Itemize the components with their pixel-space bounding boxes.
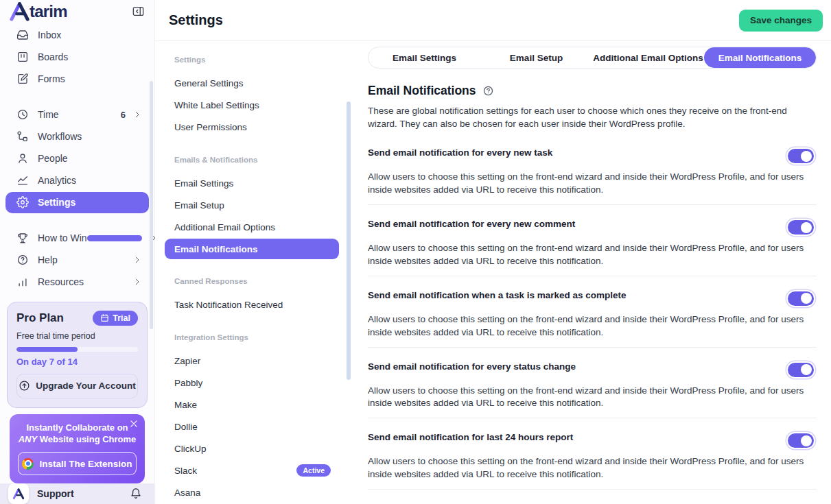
sidebar-item-time[interactable]: Time 6 bbox=[5, 104, 149, 125]
sidebar-nav: Inbox Boards Forms Time 6 Workflows Peop… bbox=[0, 23, 154, 293]
settings-nav-item-zapier[interactable]: Zapier bbox=[174, 350, 353, 372]
content-panel: Email SettingsEmail SetupAdditional Emai… bbox=[353, 41, 831, 504]
sidebar-item-people[interactable]: People bbox=[5, 148, 149, 169]
toggle-switch[interactable] bbox=[788, 433, 814, 448]
settings-nav-item-asana[interactable]: Asana bbox=[174, 481, 353, 503]
notification-title: Send email notification for every new co… bbox=[368, 219, 575, 229]
tab-email-notifications[interactable]: Email Notifications bbox=[704, 47, 816, 68]
sidebar-item-workflows[interactable]: Workflows bbox=[5, 126, 149, 147]
settings-nav-item-email-settings[interactable]: Email Settings bbox=[174, 172, 353, 194]
settings-nav-item-label: Zapier bbox=[174, 356, 200, 366]
settings-nav-section: Settings General Settings White Label Se… bbox=[174, 56, 353, 138]
progress-bar bbox=[87, 235, 142, 241]
settings-nav-item-label: White Label Settings bbox=[174, 100, 259, 110]
notification-description: Allow users to choose this setting on th… bbox=[368, 242, 817, 268]
forms-icon bbox=[16, 73, 29, 85]
settings-nav-item-email-setup[interactable]: Email Setup bbox=[174, 194, 353, 216]
toggle-switch[interactable] bbox=[788, 291, 814, 306]
upgrade-account-label: Upgrade Your Account bbox=[36, 381, 135, 391]
trial-badge[interactable]: Trial bbox=[93, 311, 138, 326]
bell-icon[interactable] bbox=[130, 488, 142, 500]
help-circle-icon[interactable] bbox=[482, 85, 494, 97]
settings-nav-section: Integration Settings Zapier Pabbly Make … bbox=[174, 333, 353, 503]
toggle-switch[interactable] bbox=[788, 149, 814, 163]
settings-nav-scrollbar[interactable] bbox=[347, 101, 351, 380]
settings-nav-item-label: Additional Email Options bbox=[174, 222, 275, 232]
support-bar[interactable]: Support bbox=[0, 483, 154, 504]
banner-line2-rest: Website using Chrome bbox=[37, 434, 136, 444]
settings-nav-item-slack[interactable]: Slack Active bbox=[174, 459, 353, 481]
close-icon[interactable] bbox=[129, 419, 139, 429]
person-icon bbox=[16, 152, 29, 165]
sidebar-item-label: Analytics bbox=[38, 175, 76, 186]
notification-description: Allow users to choose this setting on th… bbox=[368, 171, 817, 197]
notification-title: Send email notification when a task is m… bbox=[368, 290, 627, 300]
calendar-icon bbox=[100, 313, 109, 322]
sidebar-item-how-to-win[interactable]: How to Win bbox=[5, 228, 149, 249]
plan-title: Pro Plan bbox=[16, 311, 64, 325]
sidebar-item-analytics[interactable]: Analytics bbox=[5, 170, 149, 191]
resources-icon bbox=[16, 276, 29, 288]
count-badge: 6 bbox=[121, 110, 126, 120]
chevron-right-icon bbox=[132, 110, 142, 119]
chrome-icon bbox=[22, 458, 34, 470]
notification-row: Send email notification for every new co… bbox=[368, 205, 817, 276]
settings-nav-item-additional-email-options[interactable]: Additional Email Options bbox=[174, 216, 353, 238]
sidebar-item-label: Boards bbox=[38, 51, 68, 62]
sidebar-item-label: Time bbox=[38, 109, 59, 120]
tab-additional-email-options[interactable]: Additional Email Options bbox=[592, 47, 704, 68]
settings-nav-item-white-label-settings[interactable]: White Label Settings bbox=[174, 94, 353, 116]
sidebar-item-forms[interactable]: Forms bbox=[5, 69, 149, 90]
sidebar-item-help[interactable]: Help bbox=[5, 250, 149, 271]
toggle-switch[interactable] bbox=[788, 363, 814, 377]
notification-row: Send email notification when a task is m… bbox=[368, 276, 817, 348]
collapse-sidebar-button[interactable] bbox=[132, 5, 145, 18]
sidebar-header: tarim bbox=[0, 0, 154, 23]
settings-nav-item-clickup[interactable]: ClickUp bbox=[174, 437, 353, 459]
analytics-icon bbox=[16, 174, 29, 187]
settings-nav-section: Emails & Notifications Email Settings Em… bbox=[174, 156, 353, 259]
settings-nav-item-dollie[interactable]: Dollie bbox=[174, 416, 353, 437]
sidebar-item-settings[interactable]: Settings bbox=[5, 192, 149, 213]
settings-nav-item-make[interactable]: Make bbox=[174, 394, 353, 416]
sidebar-item-resources[interactable]: Resources bbox=[5, 272, 149, 293]
plan-subtitle: Free trial time period bbox=[16, 331, 138, 341]
chevron-right-icon bbox=[132, 277, 142, 287]
settings-nav-item-label: Make bbox=[174, 400, 197, 410]
banner-line2-emphasis: ANY bbox=[19, 434, 37, 444]
active-badge: Active bbox=[296, 464, 331, 477]
atarim-logo[interactable]: tarim bbox=[9, 1, 67, 22]
gear-icon bbox=[16, 196, 29, 208]
boards-icon bbox=[16, 51, 29, 63]
sidebar-item-label: Forms bbox=[38, 73, 65, 84]
notification-description: Allow users to choose this setting on th… bbox=[368, 313, 817, 339]
tab-email-setup[interactable]: Email Setup bbox=[480, 47, 592, 68]
settings-nav-item-label: Email Settings bbox=[174, 178, 233, 189]
sidebar-item-inbox[interactable]: Inbox bbox=[5, 25, 149, 46]
trial-badge-label: Trial bbox=[113, 313, 130, 323]
upgrade-account-button[interactable]: Upgrade Your Account bbox=[16, 374, 138, 398]
settings-nav-item-pabbly[interactable]: Pabbly bbox=[174, 372, 353, 394]
logo-wordmark: tarim bbox=[30, 2, 67, 21]
settings-nav-item-user-permissions[interactable]: User Permissions bbox=[174, 116, 353, 138]
section-title: Email Notifications bbox=[368, 84, 476, 98]
install-extension-button[interactable]: Install The Extension bbox=[18, 452, 137, 475]
section-description: These are global notification settings f… bbox=[368, 105, 817, 130]
settings-nav-item-label: Asana bbox=[174, 488, 200, 498]
sidebar-item-label: People bbox=[38, 153, 68, 164]
settings-nav-item-task-notification-received[interactable]: Task Notification Received bbox=[174, 293, 353, 315]
tab-email-settings[interactable]: Email Settings bbox=[368, 47, 480, 68]
sidebar-item-label: Settings bbox=[38, 197, 75, 208]
sidebar-scrollbar[interactable] bbox=[150, 81, 153, 329]
install-extension-label: Install The Extension bbox=[39, 459, 132, 469]
sidebar-item-label: Inbox bbox=[38, 29, 61, 40]
toggle-switch[interactable] bbox=[788, 220, 814, 235]
settings-nav-heading: Emails & Notifications bbox=[174, 156, 353, 165]
support-label: Support bbox=[37, 488, 74, 499]
settings-nav-item-general-settings[interactable]: General Settings bbox=[174, 72, 353, 94]
save-changes-button[interactable]: Save changes bbox=[739, 10, 823, 32]
settings-nav-item-email-notifications[interactable]: Email Notifications bbox=[165, 239, 339, 259]
support-logo bbox=[8, 483, 29, 504]
sidebar-item-boards[interactable]: Boards bbox=[5, 47, 149, 68]
sidebar-item-label: Resources bbox=[38, 276, 84, 287]
